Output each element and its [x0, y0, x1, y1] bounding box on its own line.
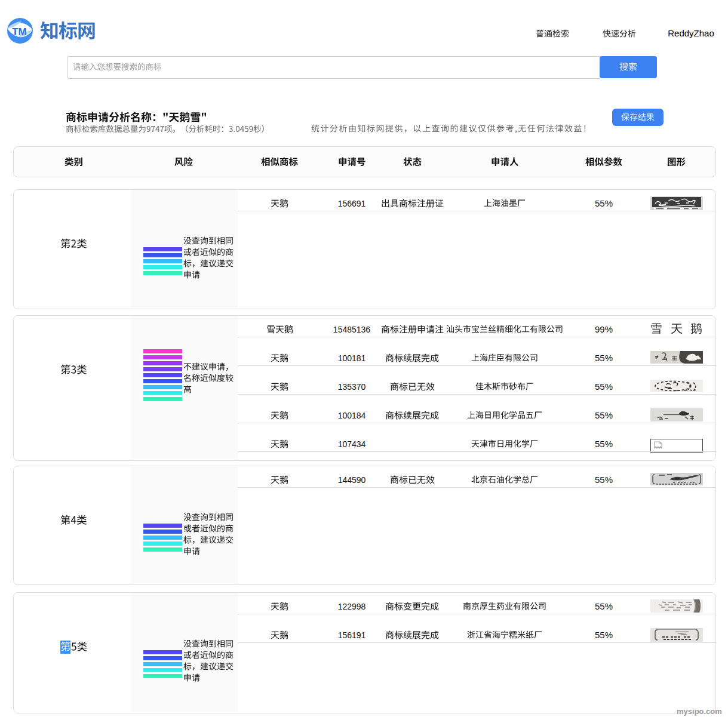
svg-text:TM: TM — [12, 26, 27, 38]
